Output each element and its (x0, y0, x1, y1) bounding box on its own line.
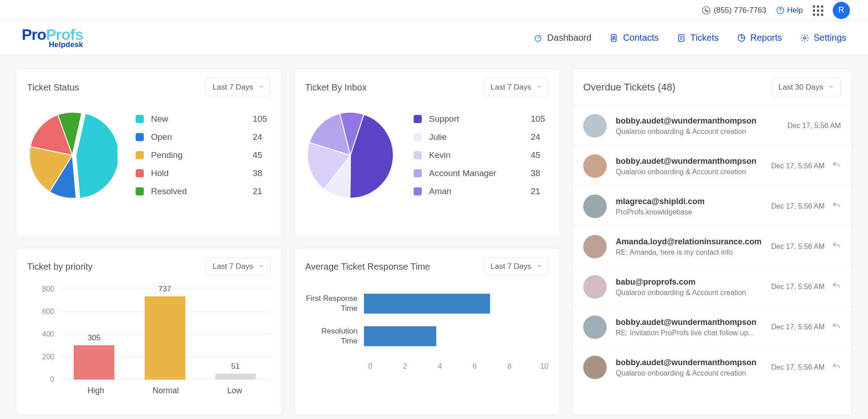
legend-value: 38 (531, 168, 549, 178)
nav-label: Dashbaord (547, 33, 591, 43)
panel-title: Overdue Tickets (48) (583, 81, 675, 93)
legend-item: New105 (136, 110, 271, 128)
card-title: Ticket Status (27, 82, 79, 93)
chevron-down-icon (829, 85, 834, 90)
ticket-row[interactable]: Amanda.loyd@relationinsurance.comRE: Ama… (572, 226, 852, 267)
nav-reports[interactable]: Reports (737, 33, 782, 43)
main-nav: DashbaordContactsTicketsReportsSettings (533, 33, 846, 43)
x-tick: 0 (368, 362, 373, 371)
legend-swatch (414, 115, 422, 123)
y-tick: 200 (32, 353, 54, 361)
chevron-down-icon (537, 85, 542, 90)
legend-label: Pending (151, 150, 253, 160)
ticket-subject: Qualaroo onboarding & Account creation (616, 128, 778, 136)
range-selector-inbox[interactable]: Last 7 Days (484, 78, 549, 96)
card-ticket-priority: Ticket by priority Last 7 Days 020040060… (16, 248, 282, 415)
nav-label: Settings (814, 33, 846, 43)
reply-icon[interactable] (832, 201, 841, 212)
legend-item: Account Manager38 (414, 164, 549, 182)
ticket-avatar (583, 235, 607, 258)
nav-label: Reports (750, 33, 782, 43)
legend-item: Kevin45 (414, 146, 549, 164)
reply-icon[interactable] (832, 322, 841, 333)
reply-icon[interactable] (832, 362, 841, 373)
legend-value: 105 (531, 114, 549, 124)
nav-dashbaord[interactable]: Dashbaord (533, 33, 591, 43)
range-selector-overdue[interactable]: Last 30 Days (772, 78, 841, 96)
y-tick: 0 (32, 376, 54, 384)
card-response-time: Average Ticket Response Time Last 7 Days… (294, 248, 560, 415)
legend-item: Hold38 (136, 164, 271, 182)
ticket-subject: RE: Amanda, here is my contact info (616, 248, 762, 257)
ticket-from: bobby.audet@wundermanthompson (616, 358, 762, 367)
user-avatar[interactable]: R (833, 2, 850, 19)
range-selector-response[interactable]: Last 7 Days (484, 257, 549, 276)
ticket-subject: Qualaroo onboarding & Account creation (616, 289, 762, 297)
utility-topbar: (855) 776-7763 Help R (0, 0, 868, 21)
ticket-row[interactable]: mlagreca@shipldi.comProProfs.knowldgebas… (572, 186, 852, 226)
ticket-avatar (583, 114, 607, 138)
support-phone[interactable]: (855) 776-7763 (702, 6, 766, 15)
hbar-chart-response: First ResponseTimeResolutionTime0246810 (305, 285, 549, 372)
legend-value: 21 (531, 186, 549, 196)
bar (215, 374, 256, 380)
hbar-label: ResolutionTime (305, 326, 364, 346)
legend-label: Kevin (429, 150, 531, 160)
reply-icon[interactable] (832, 241, 841, 252)
ticket-row[interactable]: bobby.audet@wundermanthompsonQualaroo on… (572, 347, 852, 387)
y-tick: 800 (32, 285, 54, 293)
reply-icon[interactable] (832, 281, 841, 292)
ticket-subject: Qualaroo onboarding & Account creation (616, 168, 762, 176)
ticket-from: bobby.audet@wundermanthompson (616, 157, 762, 166)
legend-label: Account Manager (429, 168, 531, 178)
ticket-time: Dec 17, 5:56 AM (771, 243, 825, 251)
nav-tickets[interactable]: Tickets (677, 33, 719, 43)
ticket-row[interactable]: bobby.audet@wundermanthompsonQualaroo on… (572, 146, 852, 186)
x-label: Normal (152, 386, 179, 395)
bar-chart-priority: 020040060080030573751HighNormalLow (27, 285, 271, 402)
nav-settings[interactable]: Settings (800, 33, 846, 43)
apps-grid-icon[interactable] (813, 5, 823, 15)
svg-point-8 (803, 37, 806, 39)
ticket-subject: ProProfs.knowldgebase (616, 208, 762, 216)
ticket-time: Dec 17, 5:56 AM (771, 363, 825, 371)
hbar-label: First ResponseTime (305, 294, 364, 314)
nav-contacts[interactable]: Contacts (609, 33, 659, 43)
ticket-avatar (583, 275, 607, 299)
ticket-time: Dec 17, 5:56 AM (788, 122, 841, 130)
nav-label: Tickets (690, 33, 719, 43)
help-link[interactable]: Help (776, 6, 803, 15)
help-label: Help (787, 6, 803, 15)
ticket-avatar (583, 195, 607, 218)
range-selector-priority[interactable]: Last 7 Days (206, 257, 271, 276)
ticket-from: bobby.audet@wundermanthompson (616, 116, 778, 126)
chevron-down-icon (259, 264, 264, 269)
ticket-time: Dec 17, 5:56 AM (771, 323, 825, 331)
nav-label: Contacts (623, 33, 659, 43)
ticket-row[interactable]: bobby.audet@wundermanthompsonRE: Invitat… (572, 307, 852, 347)
x-tick: 6 (473, 362, 477, 371)
pie-chart-status (27, 110, 118, 200)
brand-logo[interactable]: ProProfs Helpdesk (22, 27, 83, 49)
legend-value: 24 (253, 132, 271, 142)
legend-item: Julie24 (414, 128, 549, 146)
ticket-avatar (583, 315, 607, 339)
reply-icon[interactable] (832, 161, 841, 171)
card-title: Ticket by priority (27, 262, 93, 272)
ticket-row[interactable]: bobby.audet@wundermanthompsonQualaroo on… (572, 105, 852, 146)
dashbaord-icon (533, 33, 542, 43)
legend-value: 105 (253, 114, 271, 124)
ticket-row[interactable]: babu@proprofs.comQualaroo onboarding & A… (572, 267, 852, 307)
card-title: Average Ticket Response Time (305, 262, 430, 272)
y-tick: 600 (32, 308, 54, 316)
legend-value: 24 (531, 132, 549, 142)
legend-item: Aman21 (414, 182, 549, 200)
ticket-from: mlagreca@shipldi.com (616, 197, 762, 206)
chevron-down-icon (259, 85, 264, 90)
svg-point-2 (780, 12, 781, 13)
legend-swatch (136, 187, 144, 195)
chevron-down-icon (537, 264, 542, 269)
range-selector-status[interactable]: Last 7 Days (206, 78, 271, 96)
legend-label: New (151, 114, 253, 124)
settings-icon (800, 33, 809, 43)
